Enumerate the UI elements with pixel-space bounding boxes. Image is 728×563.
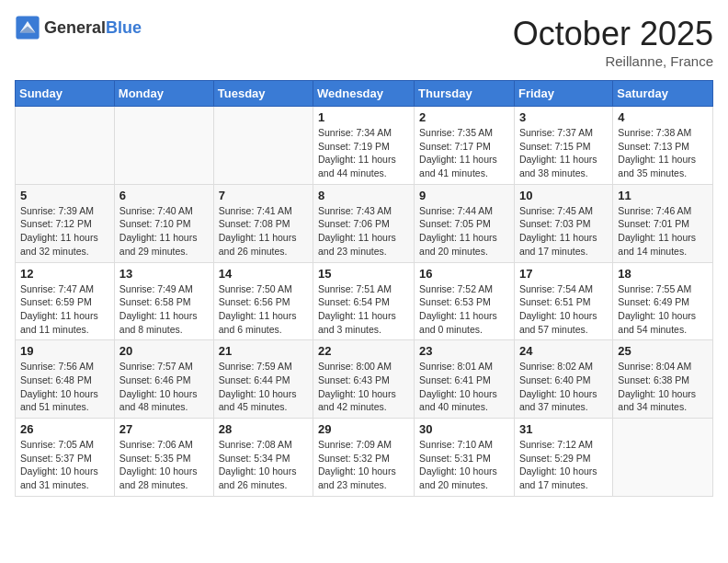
day-info: Sunrise: 7:46 AMSunset: 7:01 PMDaylight:… [618, 204, 708, 259]
table-row: 24Sunrise: 8:02 AMSunset: 6:40 PMDayligh… [514, 340, 612, 419]
table-row: 20Sunrise: 7:57 AMSunset: 6:46 PMDayligh… [114, 340, 213, 419]
day-info: Sunrise: 7:45 AMSunset: 7:03 PMDaylight:… [519, 204, 608, 259]
day-info: Sunrise: 7:44 AMSunset: 7:05 PMDaylight:… [419, 204, 509, 259]
day-info: Sunrise: 7:08 AMSunset: 5:34 PMDaylight:… [219, 438, 308, 492]
table-row: 16Sunrise: 7:52 AMSunset: 6:53 PMDayligh… [415, 262, 515, 340]
day-info: Sunrise: 7:59 AMSunset: 6:44 PMDaylight:… [219, 360, 308, 414]
day-info: Sunrise: 7:12 AMSunset: 5:29 PMDaylight:… [519, 438, 608, 492]
table-row: 3Sunrise: 7:37 AMSunset: 7:15 PMDaylight… [514, 107, 612, 185]
calendar-week-row: 5Sunrise: 7:39 AMSunset: 7:12 PMDaylight… [16, 184, 713, 262]
day-info: Sunrise: 7:06 AMSunset: 5:35 PMDaylight:… [119, 438, 209, 492]
table-row: 4Sunrise: 7:38 AMSunset: 7:13 PMDaylight… [613, 107, 713, 185]
table-row: 29Sunrise: 7:09 AMSunset: 5:32 PMDayligh… [313, 419, 415, 497]
table-row: 25Sunrise: 8:04 AMSunset: 6:38 PMDayligh… [613, 340, 713, 419]
day-number: 20 [119, 344, 209, 358]
day-number: 10 [519, 189, 608, 202]
table-row [213, 107, 313, 185]
day-number: 17 [519, 267, 608, 281]
day-number: 25 [618, 344, 708, 358]
day-number: 1 [318, 110, 409, 124]
col-monday: Monday [114, 81, 213, 107]
col-wednesday: Wednesday [313, 81, 415, 107]
day-info: Sunrise: 7:54 AMSunset: 6:51 PMDaylight:… [519, 282, 608, 337]
table-row: 9Sunrise: 7:44 AMSunset: 7:05 PMDaylight… [415, 184, 515, 262]
day-info: Sunrise: 7:38 AMSunset: 7:13 PMDaylight:… [618, 126, 708, 180]
title-area: October 2025 Reillanne, France [513, 15, 713, 69]
table-row [613, 419, 713, 497]
day-info: Sunrise: 7:09 AMSunset: 5:32 PMDaylight:… [318, 438, 409, 492]
calendar-week-row: 19Sunrise: 7:56 AMSunset: 6:48 PMDayligh… [16, 340, 713, 419]
day-number: 7 [219, 189, 308, 202]
day-number: 9 [419, 189, 509, 202]
day-number: 16 [419, 267, 509, 281]
day-number: 27 [119, 422, 209, 436]
col-tuesday: Tuesday [213, 81, 313, 107]
table-row: 22Sunrise: 8:00 AMSunset: 6:43 PMDayligh… [313, 340, 415, 419]
month-title: October 2025 [513, 15, 713, 53]
logo-icon [15, 15, 40, 40]
calendar-table: Sunday Monday Tuesday Wednesday Thursday… [15, 80, 713, 497]
day-info: Sunrise: 7:10 AMSunset: 5:31 PMDaylight:… [419, 438, 509, 492]
day-number: 23 [419, 344, 509, 358]
day-info: Sunrise: 7:40 AMSunset: 7:10 PMDaylight:… [119, 204, 209, 259]
day-info: Sunrise: 8:02 AMSunset: 6:40 PMDaylight:… [519, 360, 608, 414]
page-header: GeneralBlue October 2025 Reillanne, Fran… [15, 15, 713, 69]
table-row: 18Sunrise: 7:55 AMSunset: 6:49 PMDayligh… [613, 262, 713, 340]
table-row: 21Sunrise: 7:59 AMSunset: 6:44 PMDayligh… [213, 340, 313, 419]
table-row: 31Sunrise: 7:12 AMSunset: 5:29 PMDayligh… [514, 419, 612, 497]
day-info: Sunrise: 7:52 AMSunset: 6:53 PMDaylight:… [419, 282, 509, 337]
day-number: 31 [519, 422, 608, 436]
calendar-week-row: 1Sunrise: 7:34 AMSunset: 7:19 PMDaylight… [16, 107, 713, 185]
day-info: Sunrise: 8:04 AMSunset: 6:38 PMDaylight:… [618, 360, 708, 414]
table-row: 11Sunrise: 7:46 AMSunset: 7:01 PMDayligh… [613, 184, 713, 262]
table-row: 30Sunrise: 7:10 AMSunset: 5:31 PMDayligh… [415, 419, 515, 497]
day-number: 15 [318, 267, 409, 281]
day-number: 13 [119, 267, 209, 281]
day-number: 21 [219, 344, 308, 358]
day-number: 3 [519, 110, 608, 124]
table-row: 6Sunrise: 7:40 AMSunset: 7:10 PMDaylight… [114, 184, 213, 262]
day-number: 4 [618, 110, 708, 124]
day-number: 8 [318, 189, 409, 202]
day-info: Sunrise: 7:35 AMSunset: 7:17 PMDaylight:… [419, 126, 509, 180]
day-info: Sunrise: 7:05 AMSunset: 5:37 PMDaylight:… [20, 438, 109, 492]
day-number: 24 [519, 344, 608, 358]
day-info: Sunrise: 7:56 AMSunset: 6:48 PMDaylight:… [20, 360, 109, 414]
table-row: 8Sunrise: 7:43 AMSunset: 7:06 PMDaylight… [313, 184, 415, 262]
table-row [16, 107, 115, 185]
table-row: 28Sunrise: 7:08 AMSunset: 5:34 PMDayligh… [213, 419, 313, 497]
day-number: 12 [20, 267, 109, 281]
table-row: 19Sunrise: 7:56 AMSunset: 6:48 PMDayligh… [16, 340, 115, 419]
col-sunday: Sunday [16, 81, 115, 107]
calendar-week-row: 26Sunrise: 7:05 AMSunset: 5:37 PMDayligh… [16, 419, 713, 497]
col-friday: Friday [514, 81, 612, 107]
day-number: 2 [419, 110, 509, 124]
day-number: 29 [318, 422, 409, 436]
col-thursday: Thursday [415, 81, 515, 107]
day-info: Sunrise: 8:01 AMSunset: 6:41 PMDaylight:… [419, 360, 509, 414]
table-row: 26Sunrise: 7:05 AMSunset: 5:37 PMDayligh… [16, 419, 115, 497]
table-row: 10Sunrise: 7:45 AMSunset: 7:03 PMDayligh… [514, 184, 612, 262]
day-info: Sunrise: 8:00 AMSunset: 6:43 PMDaylight:… [318, 360, 409, 414]
day-info: Sunrise: 7:50 AMSunset: 6:56 PMDaylight:… [219, 282, 308, 337]
day-number: 19 [20, 344, 109, 358]
day-number: 28 [219, 422, 308, 436]
table-row: 27Sunrise: 7:06 AMSunset: 5:35 PMDayligh… [114, 419, 213, 497]
day-info: Sunrise: 7:47 AMSunset: 6:59 PMDaylight:… [20, 282, 109, 337]
day-number: 6 [119, 189, 209, 202]
day-info: Sunrise: 7:55 AMSunset: 6:49 PMDaylight:… [618, 282, 708, 337]
table-row: 5Sunrise: 7:39 AMSunset: 7:12 PMDaylight… [16, 184, 115, 262]
table-row: 1Sunrise: 7:34 AMSunset: 7:19 PMDaylight… [313, 107, 415, 185]
logo: GeneralBlue [15, 15, 142, 40]
day-info: Sunrise: 7:51 AMSunset: 6:54 PMDaylight:… [318, 282, 409, 337]
table-row: 14Sunrise: 7:50 AMSunset: 6:56 PMDayligh… [213, 262, 313, 340]
table-row: 13Sunrise: 7:49 AMSunset: 6:58 PMDayligh… [114, 262, 213, 340]
day-info: Sunrise: 7:39 AMSunset: 7:12 PMDaylight:… [20, 204, 109, 259]
day-number: 18 [618, 267, 708, 281]
day-number: 5 [20, 189, 109, 202]
day-number: 14 [219, 267, 308, 281]
day-info: Sunrise: 7:49 AMSunset: 6:58 PMDaylight:… [119, 282, 209, 337]
table-row: 2Sunrise: 7:35 AMSunset: 7:17 PMDaylight… [415, 107, 515, 185]
table-row: 12Sunrise: 7:47 AMSunset: 6:59 PMDayligh… [16, 262, 115, 340]
calendar-header-row: Sunday Monday Tuesday Wednesday Thursday… [16, 81, 713, 107]
